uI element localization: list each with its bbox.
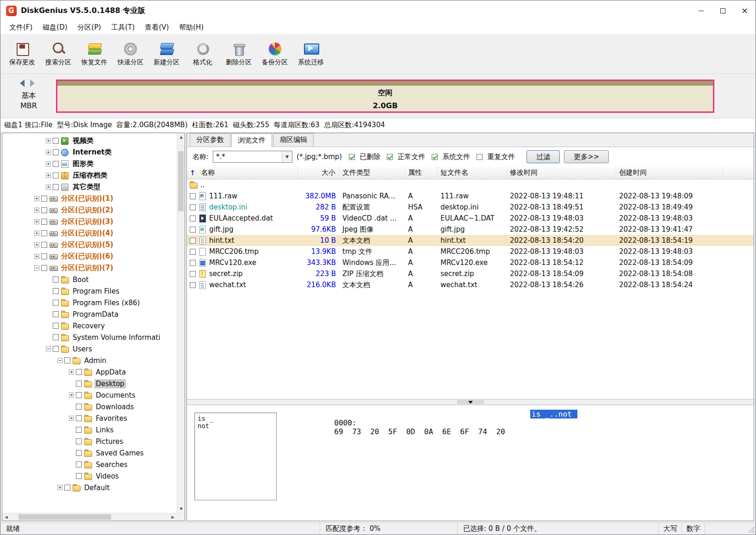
tree-item[interactable]: + AppData xyxy=(2,366,177,378)
tree-checkbox[interactable] xyxy=(53,161,59,167)
close-button[interactable]: × xyxy=(734,0,756,21)
tree-checkbox[interactable] xyxy=(41,230,47,236)
scroll-thumb[interactable] xyxy=(178,151,184,211)
tree-expander-icon[interactable]: + xyxy=(34,254,39,259)
scroll-down-icon[interactable]: ▼ xyxy=(177,505,185,513)
column-header-created[interactable]: 创建时间 xyxy=(616,166,723,179)
file-row[interactable]: EULAaccepted.dat 59 B VideoCD .dat ... A… xyxy=(187,213,754,224)
file-name[interactable]: desktop.ini xyxy=(209,203,247,211)
file-name[interactable]: .. xyxy=(200,181,205,189)
column-header-name[interactable]: ↑ 名称 xyxy=(187,166,298,179)
toolbar-button[interactable]: 格式化 xyxy=(185,37,221,72)
tree-expander-icon[interactable]: + xyxy=(69,393,74,398)
tree-expander-icon[interactable]: + xyxy=(46,138,51,143)
row-checkbox[interactable] xyxy=(190,238,196,244)
tree-expander-icon[interactable]: − xyxy=(34,265,39,271)
filename-pattern-input[interactable] xyxy=(213,153,279,161)
tree-checkbox[interactable] xyxy=(53,184,59,190)
collapse-preview-button[interactable] xyxy=(457,400,484,404)
tree-checkbox[interactable] xyxy=(53,277,59,283)
scroll-track[interactable] xyxy=(10,513,169,521)
toolbar-button[interactable]: 删除分区 xyxy=(221,37,257,72)
tree-item[interactable]: + Documents xyxy=(2,389,177,401)
tree-checkbox[interactable] xyxy=(76,392,82,398)
tree-horizontal-scrollbar[interactable]: ◀ ▶ xyxy=(2,513,177,521)
tree-checkbox[interactable] xyxy=(53,300,59,306)
hex-ascii-selected[interactable]: is _..not xyxy=(530,410,577,418)
scroll-right-icon[interactable]: ▶ xyxy=(169,513,177,521)
tree-checkbox[interactable] xyxy=(76,404,82,410)
tree-expander-icon[interactable]: − xyxy=(57,358,62,363)
scroll-left-icon[interactable]: ◀ xyxy=(2,513,10,521)
prev-disk-arrow-icon[interactable] xyxy=(20,80,25,87)
tree-item[interactable]: Boot xyxy=(2,274,177,285)
tree-checkbox[interactable] xyxy=(64,357,70,363)
row-checkbox[interactable] xyxy=(190,249,196,255)
tree-checkbox[interactable] xyxy=(41,196,47,202)
tree-checkbox[interactable] xyxy=(53,346,59,352)
toolbar-button[interactable]: 搜索分区 xyxy=(40,37,76,72)
toolbar-button[interactable]: 保存更改 xyxy=(4,37,40,72)
more-button[interactable]: 更多>> xyxy=(564,150,609,163)
tree-expander-icon[interactable]: + xyxy=(46,150,51,155)
row-checkbox[interactable] xyxy=(190,204,196,210)
file-row[interactable]: MRCv120.exe 343.3KB Windows 应用... A MRCv… xyxy=(187,257,754,268)
tree-item[interactable]: + Favorites xyxy=(2,412,177,424)
menu-item[interactable]: 分区(P) xyxy=(73,21,106,34)
row-checkbox[interactable] xyxy=(190,260,196,266)
tree-checkbox[interactable] xyxy=(76,427,82,433)
tree-item[interactable]: Desktop xyxy=(2,378,177,389)
hex-bytes[interactable]: 69 73 20 5F 0D 0A 6E 6F 74 20 xyxy=(334,427,505,436)
tree-item[interactable]: + 分区(已识别)(4) xyxy=(2,228,177,239)
file-row[interactable]: gift.jpg 97.6KB Jpeg 图像 A gift.jpg 2022-… xyxy=(187,224,754,235)
tree-expander-icon[interactable]: + xyxy=(34,219,39,224)
tree-checkbox[interactable] xyxy=(53,149,59,155)
file-row[interactable]: hint.txt 10 B 文本文档 A hint.txt 2022-08-13… xyxy=(187,235,754,246)
filter-button[interactable]: 过滤 xyxy=(527,150,560,163)
tree-checkbox[interactable] xyxy=(76,415,82,421)
tree-checkbox[interactable] xyxy=(53,172,59,178)
file-name[interactable]: gift.jpg xyxy=(209,225,234,234)
tree-item[interactable]: − 分区(已识别)(7) xyxy=(2,262,177,274)
row-checkbox[interactable] xyxy=(190,215,196,221)
scroll-track[interactable] xyxy=(177,141,185,505)
filename-pattern-combobox[interactable]: ▼ xyxy=(213,151,292,163)
checkbox[interactable] xyxy=(349,154,355,160)
tree-checkbox[interactable] xyxy=(53,334,59,340)
tree-item[interactable]: + 分区(已识别)(6) xyxy=(2,251,177,262)
tree-item[interactable]: Pictures xyxy=(2,436,177,447)
tree-expander-icon[interactable]: + xyxy=(69,369,74,375)
tree-item[interactable]: + Internet类 xyxy=(2,147,177,158)
maximize-button[interactable] xyxy=(712,0,734,21)
filter-checkbox-option[interactable]: 系统文件 xyxy=(432,153,470,161)
filter-checkbox-option[interactable]: 重复文件 xyxy=(477,153,515,161)
toolbar-button[interactable]: 系统迁移 xyxy=(293,37,329,72)
tab[interactable]: 扇区编辑 xyxy=(273,133,314,147)
tree-checkbox[interactable] xyxy=(76,473,82,479)
partition-block-free[interactable]: 空闲 2.0GB xyxy=(56,80,714,113)
tree-checkbox[interactable] xyxy=(76,438,82,444)
tree-item[interactable]: − Users xyxy=(2,343,177,355)
row-checkbox[interactable] xyxy=(190,282,196,288)
tree-item[interactable]: Searches xyxy=(2,459,177,470)
tree-checkbox[interactable] xyxy=(76,461,82,467)
checkbox[interactable] xyxy=(477,154,483,160)
column-header-attr[interactable]: 属性 xyxy=(405,166,438,179)
file-name[interactable]: 111.raw xyxy=(209,192,237,200)
hex-line[interactable]: 0000: 69 73 20 5F 0D 0A 6E 6F 74 20 xyxy=(290,410,505,445)
tree-checkbox[interactable] xyxy=(41,219,47,225)
file-name[interactable]: wechat.txt xyxy=(209,281,246,289)
tree-item[interactable]: + 图形类 xyxy=(2,158,177,170)
file-name[interactable]: MRCC206.tmp xyxy=(209,247,259,256)
toolbar-button[interactable]: 快速分区 xyxy=(112,37,149,72)
tree-expander-icon[interactable]: + xyxy=(34,231,39,236)
tree-item[interactable]: − Admin xyxy=(2,355,177,366)
menu-item[interactable]: 帮助(H) xyxy=(174,21,209,34)
tree-expander-icon[interactable]: − xyxy=(46,346,51,351)
menu-item[interactable]: 工具(T) xyxy=(106,21,140,34)
toolbar-button[interactable]: 恢复文件 xyxy=(76,37,112,72)
tree-checkbox[interactable] xyxy=(53,311,59,317)
tree-expander-icon[interactable]: + xyxy=(34,208,39,213)
filter-checkbox-option[interactable]: 正常文件 xyxy=(387,153,425,161)
checkbox[interactable] xyxy=(387,154,393,160)
